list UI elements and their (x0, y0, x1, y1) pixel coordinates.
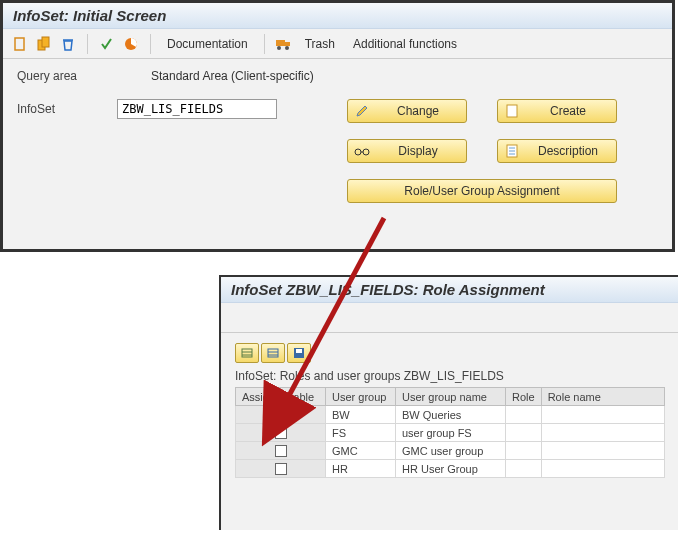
body-area: Query area Standard Area (Client-specifi… (3, 59, 672, 213)
table-row[interactable]: FSuser group FS (236, 424, 665, 442)
mini-toolbar (235, 343, 664, 363)
rolename-cell (541, 406, 664, 424)
infoset-label: InfoSet (17, 99, 117, 116)
svg-rect-17 (242, 349, 252, 357)
checkbox-icon[interactable] (275, 409, 287, 421)
assigned-cell[interactable] (236, 442, 326, 460)
table-header-row: Assigned table User group User group nam… (236, 388, 665, 406)
svg-rect-2 (42, 37, 49, 47)
svg-rect-24 (296, 349, 302, 353)
description-button-label: Description (526, 144, 610, 158)
sub-body: InfoSet: Roles and user groups ZBW_LIS_F… (221, 333, 678, 488)
separator (150, 34, 151, 54)
role-cell (506, 424, 542, 442)
documentation-link[interactable]: Documentation (161, 37, 254, 51)
table-row[interactable]: HRHR User Group (236, 460, 665, 478)
usergroup-cell: GMC (326, 442, 396, 460)
change-button[interactable]: Change (347, 99, 467, 123)
pie-icon[interactable] (122, 35, 140, 53)
query-area-row: Query area Standard Area (Client-specifi… (17, 69, 658, 83)
sub-window-title: InfoSet ZBW_LIS_FIELDS: Role Assignment (221, 277, 678, 303)
role-assignment-button-label: Role/User Group Assignment (354, 184, 610, 198)
role-assignment-button[interactable]: Role/User Group Assignment (347, 179, 617, 203)
role-assignment-window: InfoSet ZBW_LIS_FIELDS: Role Assignment … (219, 275, 678, 530)
rolename-cell (541, 424, 664, 442)
svg-point-7 (277, 46, 281, 50)
table-row[interactable]: BWBW Queries (236, 406, 665, 424)
change-button-label: Change (376, 104, 460, 118)
svg-rect-20 (268, 349, 278, 357)
col-usergroup[interactable]: User group (326, 388, 396, 406)
truck-icon[interactable] (275, 35, 293, 53)
check-icon[interactable] (98, 35, 116, 53)
col-rolename[interactable]: Role name (541, 388, 664, 406)
assigned-cell[interactable] (236, 460, 326, 478)
create-button[interactable]: Create (497, 99, 617, 123)
rolename-cell (541, 442, 664, 460)
svg-rect-0 (15, 38, 24, 50)
title-bar: InfoSet: Initial Screen (3, 3, 672, 29)
query-area-value: Standard Area (Client-specific) (151, 69, 314, 83)
description-button[interactable]: Description (497, 139, 617, 163)
separator (87, 34, 88, 54)
assigned-cell[interactable] (236, 424, 326, 442)
assigned-cell[interactable] (236, 406, 326, 424)
delete-icon[interactable] (59, 35, 77, 53)
usergroup-cell: HR (326, 460, 396, 478)
deselect-all-button[interactable] (261, 343, 285, 363)
role-cell (506, 406, 542, 424)
trash-link[interactable]: Trash (299, 37, 341, 51)
table-caption: InfoSet: Roles and user groups ZBW_LIS_F… (235, 369, 664, 383)
create-button-label: Create (526, 104, 610, 118)
query-area-label: Query area (17, 69, 117, 83)
doc-icon (504, 143, 520, 159)
usergroupname-cell: user group FS (396, 424, 506, 442)
page-icon (504, 103, 520, 119)
rolename-cell (541, 460, 664, 478)
usergroupname-cell: BW Queries (396, 406, 506, 424)
usergroupname-cell: HR User Group (396, 460, 506, 478)
col-ugname[interactable]: User group name (396, 388, 506, 406)
display-button[interactable]: Display (347, 139, 467, 163)
pencil-icon (354, 103, 370, 119)
save-button[interactable] (287, 343, 311, 363)
glasses-icon (354, 143, 370, 159)
main-toolbar: Documentation Trash Additional functions (3, 29, 672, 59)
role-cell (506, 442, 542, 460)
svg-rect-9 (507, 105, 517, 117)
sub-toolbar-spacer (221, 303, 678, 333)
table-row[interactable]: GMCGMC user group (236, 442, 665, 460)
checkbox-icon[interactable] (275, 445, 287, 457)
checkbox-icon[interactable] (275, 427, 287, 439)
select-all-button[interactable] (235, 343, 259, 363)
infoset-row: InfoSet Change Create (17, 99, 658, 203)
svg-rect-6 (285, 42, 290, 46)
svg-point-10 (355, 149, 361, 155)
infoset-input[interactable] (117, 99, 277, 119)
role-cell (506, 460, 542, 478)
usergroupname-cell: GMC user group (396, 442, 506, 460)
infoset-initial-screen: InfoSet: Initial Screen Documentation Tr… (0, 0, 675, 252)
create-icon[interactable] (11, 35, 29, 53)
separator (264, 34, 265, 54)
additional-functions-link[interactable]: Additional functions (347, 37, 463, 51)
usergroup-cell: FS (326, 424, 396, 442)
assignment-table: Assigned table User group User group nam… (235, 387, 665, 478)
svg-point-11 (363, 149, 369, 155)
col-assigned[interactable]: Assigned table (236, 388, 326, 406)
col-role[interactable]: Role (506, 388, 542, 406)
svg-rect-5 (276, 40, 285, 46)
checkbox-icon[interactable] (275, 463, 287, 475)
page-title: InfoSet: Initial Screen (13, 7, 166, 24)
copy-icon[interactable] (35, 35, 53, 53)
display-button-label: Display (376, 144, 460, 158)
button-grid: Change Create Display (347, 99, 617, 203)
svg-point-8 (285, 46, 289, 50)
usergroup-cell: BW (326, 406, 396, 424)
